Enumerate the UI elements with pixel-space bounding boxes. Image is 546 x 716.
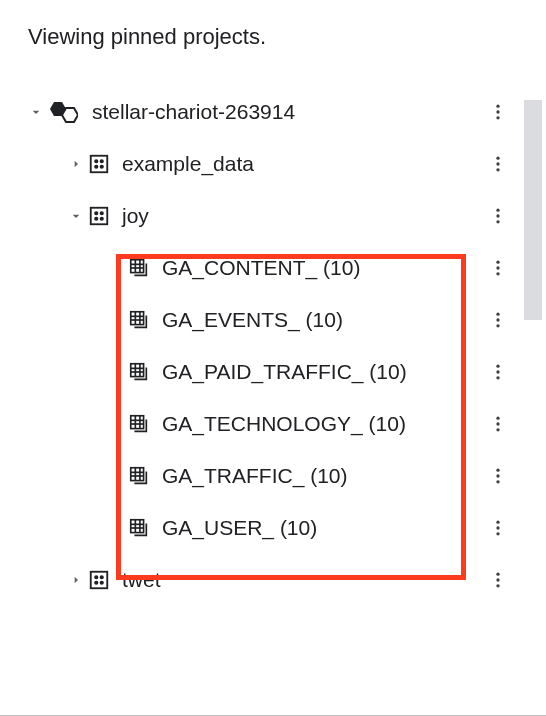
svg-point-3: [496, 110, 499, 113]
svg-point-4: [496, 116, 499, 119]
svg-point-8: [95, 166, 97, 168]
table-row[interactable]: GA_TECHNOLOGY_ (10): [24, 398, 518, 450]
svg-point-74: [496, 573, 499, 576]
svg-point-66: [496, 521, 499, 524]
svg-marker-1: [62, 108, 78, 122]
table-label: GA_EVENTS_ (10): [162, 308, 486, 332]
table-group-icon: [128, 257, 162, 279]
svg-point-60: [496, 480, 499, 483]
svg-point-52: [496, 428, 499, 431]
page-header: Viewing pinned projects.: [24, 24, 546, 50]
svg-point-16: [95, 218, 97, 220]
table-row[interactable]: GA_TRAFFIC_ (10): [24, 450, 518, 502]
scrollbar[interactable]: [524, 100, 542, 320]
table-label: GA_TECHNOLOGY_ (10): [162, 412, 486, 436]
svg-point-18: [496, 209, 499, 212]
table-group-icon: [128, 517, 162, 539]
svg-point-11: [496, 162, 499, 165]
table-row[interactable]: GA_EVENTS_ (10): [24, 294, 518, 346]
svg-point-42: [496, 365, 499, 368]
svg-point-19: [496, 214, 499, 217]
table-group-icon: [128, 361, 162, 383]
svg-point-28: [496, 272, 499, 275]
project-name: stellar-chariot-263914: [92, 100, 486, 124]
svg-rect-29: [131, 312, 144, 325]
dataset-label: joy: [122, 204, 486, 228]
more-icon[interactable]: [486, 102, 510, 122]
project-tree: stellar-chariot-263914 example_data: [24, 86, 518, 606]
table-group-icon: [128, 465, 162, 487]
table-group-icon: [128, 309, 162, 331]
svg-point-59: [496, 474, 499, 477]
svg-rect-45: [131, 416, 144, 429]
svg-point-58: [496, 469, 499, 472]
svg-point-9: [101, 166, 103, 168]
svg-point-73: [101, 582, 103, 584]
svg-point-72: [95, 582, 97, 584]
svg-rect-21: [131, 260, 144, 273]
more-icon[interactable]: [486, 518, 510, 538]
svg-point-68: [496, 532, 499, 535]
svg-point-36: [496, 324, 499, 327]
chevron-down-icon[interactable]: [24, 104, 48, 120]
table-group-icon: [128, 413, 162, 435]
more-icon[interactable]: [486, 362, 510, 382]
project-icon: [48, 98, 92, 126]
dataset-icon: [88, 569, 122, 591]
svg-point-15: [101, 212, 103, 214]
chevron-right-icon[interactable]: [64, 156, 88, 172]
dataset-icon: [88, 153, 122, 175]
svg-point-71: [101, 576, 103, 578]
svg-point-51: [496, 422, 499, 425]
more-icon[interactable]: [486, 206, 510, 226]
svg-point-2: [496, 105, 499, 108]
svg-point-44: [496, 376, 499, 379]
dataset-row-joy[interactable]: joy: [24, 190, 518, 242]
svg-rect-13: [91, 208, 108, 225]
svg-rect-69: [91, 572, 108, 589]
project-row[interactable]: stellar-chariot-263914: [24, 86, 518, 138]
svg-point-20: [496, 220, 499, 223]
svg-point-70: [95, 576, 97, 578]
dataset-row-example-data[interactable]: example_data: [24, 138, 518, 190]
svg-point-34: [496, 313, 499, 316]
svg-rect-5: [91, 156, 108, 173]
svg-point-7: [101, 160, 103, 162]
svg-point-50: [496, 417, 499, 420]
table-label: GA_USER_ (10): [162, 516, 486, 540]
svg-point-27: [496, 266, 499, 269]
svg-point-76: [496, 584, 499, 587]
dataset-row-twet[interactable]: twet: [24, 554, 518, 606]
more-icon[interactable]: [486, 258, 510, 278]
table-row[interactable]: GA_PAID_TRAFFIC_ (10): [24, 346, 518, 398]
svg-point-17: [101, 218, 103, 220]
svg-point-35: [496, 318, 499, 321]
more-icon[interactable]: [486, 414, 510, 434]
table-label: GA_PAID_TRAFFIC_ (10): [162, 360, 486, 384]
table-label: GA_TRAFFIC_ (10): [162, 464, 486, 488]
dataset-icon: [88, 205, 122, 227]
svg-rect-61: [131, 520, 144, 533]
svg-point-12: [496, 168, 499, 171]
chevron-down-icon[interactable]: [64, 208, 88, 224]
dataset-label: twet: [122, 568, 486, 592]
more-icon[interactable]: [486, 466, 510, 486]
more-icon[interactable]: [486, 570, 510, 590]
table-row[interactable]: GA_USER_ (10): [24, 502, 518, 554]
more-icon[interactable]: [486, 154, 510, 174]
svg-point-6: [95, 160, 97, 162]
svg-point-26: [496, 261, 499, 264]
svg-point-75: [496, 578, 499, 581]
table-row[interactable]: GA_CONTENT_ (10): [24, 242, 518, 294]
svg-point-14: [95, 212, 97, 214]
svg-point-67: [496, 526, 499, 529]
more-icon[interactable]: [486, 310, 510, 330]
table-label: GA_CONTENT_ (10): [162, 256, 486, 280]
dataset-label: example_data: [122, 152, 486, 176]
chevron-right-icon[interactable]: [64, 572, 88, 588]
svg-rect-37: [131, 364, 144, 377]
svg-rect-53: [131, 468, 144, 481]
svg-point-43: [496, 370, 499, 373]
svg-point-10: [496, 157, 499, 160]
